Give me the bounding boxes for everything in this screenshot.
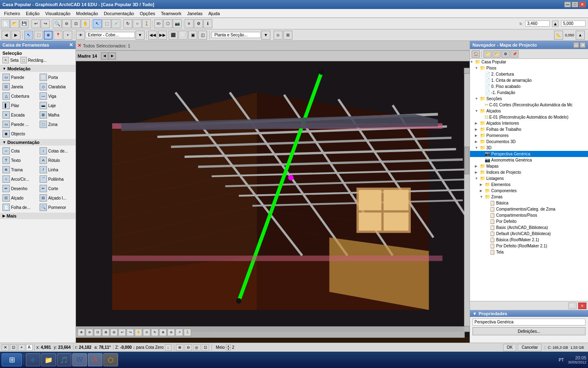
marquee-btn[interactable]: ⬚ xyxy=(102,19,111,28)
nav-home-btn[interactable]: 🏠 xyxy=(472,50,480,58)
vp-bt11[interactable]: ⊕ xyxy=(159,329,167,336)
planta-dd-btn[interactable]: ▼ xyxy=(261,31,270,40)
toolbox-close-btn[interactable]: ✕ xyxy=(69,42,73,48)
documentacao-section-header[interactable]: ▼ Documentação xyxy=(0,139,76,146)
nav-resize-btn[interactable]: ⬜ xyxy=(568,303,577,309)
tree-compart-pisos[interactable]: 📋 Compartimentos/Pisos xyxy=(470,212,588,218)
nav-rect-btn[interactable]: ⬚ xyxy=(34,31,43,40)
snap-icon[interactable]: ⊕ xyxy=(176,344,183,351)
menu-ajuda[interactable]: Ajuda xyxy=(206,10,222,17)
snap-icon2[interactable]: ⊖ xyxy=(185,344,192,351)
tree-por-defeito[interactable]: 📋 Por Defeito xyxy=(470,218,588,224)
undo-btn[interactable]: ↩ xyxy=(31,19,40,28)
arco-tool[interactable]: ○ Arco/Cir... xyxy=(1,175,38,184)
taskbar-word[interactable]: W xyxy=(72,353,87,366)
b-stepper[interactable]: ▲ xyxy=(552,20,559,27)
vp-prev-btn[interactable]: ◀ xyxy=(2,31,11,40)
vp-bt5[interactable]: ⊟ xyxy=(110,329,118,336)
taskbar-ie[interactable]: e xyxy=(26,353,40,366)
clear-btn[interactable]: ✕ xyxy=(2,344,9,351)
start-button[interactable]: ⊞ xyxy=(2,353,22,366)
tree-tela[interactable]: 📋 Tela xyxy=(470,249,588,255)
seta-tool[interactable]: ↖ Seta xyxy=(2,57,19,63)
nav-left-btn[interactable]: ◀◀ xyxy=(148,31,157,40)
tree-piso[interactable]: 📄 0. Piso acabado xyxy=(470,83,588,90)
3d-box4[interactable]: ◫ xyxy=(198,31,207,40)
3d-box1[interactable]: ⬛ xyxy=(169,31,178,40)
tree-axonometria[interactable]: 📷 Axonometria Genérica xyxy=(470,157,588,163)
tree-docs3d[interactable]: ▶ 📁 Documentos 3D xyxy=(470,139,588,145)
pormenor-tool[interactable]: 🔍 Pormenor xyxy=(38,203,75,212)
claraboia-tool[interactable]: ◇ Clarabóia xyxy=(38,82,75,91)
taskbar-archicad[interactable]: A xyxy=(88,353,102,366)
vp-bt8[interactable]: ✋ xyxy=(135,329,142,336)
rotulo-tool[interactable]: A Rótulo xyxy=(38,156,75,165)
vp-bt1[interactable]: ⊕ xyxy=(78,329,85,336)
objecto-tool[interactable]: ◉ Objecto xyxy=(1,129,38,138)
zoom-fit-btn[interactable]: ⊡ xyxy=(71,19,80,28)
planta-secao-dropdown[interactable]: Planta e Secção... xyxy=(212,32,261,38)
malha-tool[interactable]: ⊞ Malha xyxy=(38,110,75,119)
texto-tool[interactable]: T Texto xyxy=(1,156,38,165)
tree-3d[interactable]: ▼ 📁 3D xyxy=(470,145,588,151)
nav-plus-btn[interactable]: + xyxy=(63,31,72,40)
modelacao-section-header[interactable]: ▼ Modelação xyxy=(0,65,76,72)
menu-janelas[interactable]: Janelas xyxy=(185,10,205,17)
select-btn[interactable]: ↖ xyxy=(93,19,102,28)
close-button[interactable]: ✕ xyxy=(579,2,586,7)
tree-pisos[interactable]: ▼ 📁 Pisos xyxy=(470,65,588,71)
desenho-tool[interactable]: ✏ Desenho xyxy=(1,184,38,193)
tree-basica[interactable]: 📋 Básica xyxy=(470,200,588,206)
save-btn[interactable]: 💾 xyxy=(20,19,29,28)
nav-next-frame[interactable]: ▶ xyxy=(109,52,116,60)
vp-bt10[interactable]: ↻ xyxy=(151,329,158,336)
tree-indices[interactable]: ▶ 📁 Índices de Projecto xyxy=(470,169,588,175)
snap-icon4[interactable]: ⊡ xyxy=(202,344,209,351)
render-btn[interactable]: ⬡ xyxy=(163,19,172,28)
info-btn[interactable]: ℹ xyxy=(203,19,212,28)
vp-bt9[interactable]: ⊙ xyxy=(143,329,150,336)
zoom-out-btn[interactable]: ⊖ xyxy=(62,19,71,28)
layer-dropdown[interactable]: Exterior - Cobe... xyxy=(86,32,135,38)
parede2-tool[interactable]: ▭ Parede ... xyxy=(1,120,38,129)
corte-tool[interactable]: ✂ Corte xyxy=(38,184,75,193)
menu-ficheiro[interactable]: Ficheiro xyxy=(2,10,22,17)
coord-icon[interactable]: 📐 xyxy=(554,31,563,40)
taskbar-explorer[interactable]: 📁 xyxy=(41,353,56,366)
alcado-tool[interactable]: ⊡ Alçado xyxy=(1,193,38,202)
coord-stepper[interactable]: ▲ xyxy=(576,31,585,40)
pilar-tool[interactable]: ▌ Pilar xyxy=(1,101,38,110)
menu-edicao[interactable]: Edição xyxy=(23,10,42,17)
tree-mapas[interactable]: ▶ 📁 Mapas xyxy=(470,163,588,169)
walk-btn[interactable]: 🚶 xyxy=(142,19,151,28)
mais-section-header[interactable]: ▶ Mais xyxy=(0,213,76,219)
cancel-btn[interactable]: Cancelar xyxy=(518,344,541,351)
nav-marker-btn[interactable]: 📍 xyxy=(53,31,62,40)
folha-tool[interactable]: 📄 Folha de... xyxy=(1,203,38,212)
cobertura-tool[interactable]: △ Cobertura xyxy=(1,92,38,101)
snap-up-btn[interactable]: ▲ xyxy=(226,344,231,348)
settings-btn[interactable]: ⚙ xyxy=(194,19,203,28)
porta-tool[interactable]: ⬜ Porta xyxy=(38,73,75,82)
nav-right-btn[interactable]: ▶▶ xyxy=(158,31,167,40)
cotas-tool[interactable]: ↕ Cotas de... xyxy=(38,146,75,155)
tree-zonas[interactable]: ▼ 📁 Zonas xyxy=(470,194,588,200)
tree-componentes[interactable]: ▶ 📁 Componentes xyxy=(470,188,588,194)
open-btn[interactable]: 📂 xyxy=(10,19,19,28)
tree-elementos[interactable]: ▶ 📁 Elementos xyxy=(470,182,588,188)
status-icon1[interactable]: ⊡ xyxy=(10,344,17,351)
redo-btn[interactable]: ↪ xyxy=(41,19,50,28)
ok-btn[interactable]: OK xyxy=(503,344,516,351)
definitions-btn[interactable]: Definições... xyxy=(472,327,586,335)
janela-tool[interactable]: ⊡ Janela xyxy=(1,82,38,91)
tree-alcados-int[interactable]: ▶ 📁 Alçados Interiores xyxy=(470,120,588,126)
tree-folhas[interactable]: ▶ 📁 Folhas de Trabalho xyxy=(470,126,588,132)
menu-opcoes[interactable]: Opções xyxy=(137,10,158,17)
vp-bt3[interactable]: ⊡ xyxy=(94,329,101,336)
menu-visualizacao[interactable]: Visualização xyxy=(43,10,73,17)
tree-e01[interactable]: ⊡ E-01 (Reconstrução Automática do Model… xyxy=(470,114,588,120)
escada-tool[interactable]: ≡ Escada xyxy=(1,110,38,119)
pan-btn[interactable]: ✋ xyxy=(81,19,90,28)
menu-modelacao[interactable]: Modelação xyxy=(74,10,100,17)
nav-close-btn[interactable]: ✕ xyxy=(580,42,586,48)
